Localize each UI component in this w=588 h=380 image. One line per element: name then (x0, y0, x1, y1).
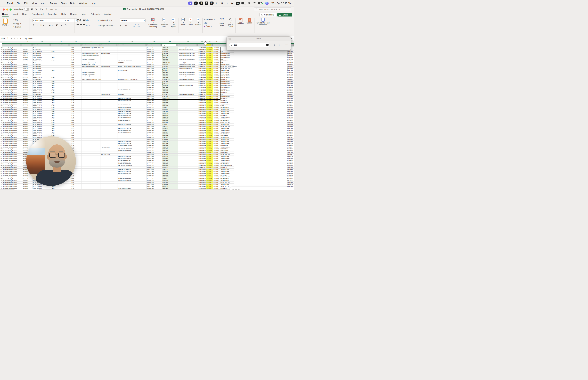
formula-input[interactable]: Tag Value (23, 38, 32, 39)
cell[interactable]: 79183942 (287, 161, 294, 163)
cell[interactable]: PURCHASING (220, 90, 227, 92)
cell[interactable]: POS Terminal (33, 126, 51, 127)
cell[interactable]: B2B (220, 51, 227, 53)
cell[interactable] (118, 133, 147, 135)
cell[interactable]: Terminal (22, 187, 33, 189)
cell[interactable] (227, 64, 234, 66)
fill-button[interactable]: ⤓ Fill ▾ (204, 22, 214, 24)
cell[interactable]: WIFI (51, 88, 70, 90)
cell[interactable]: Treasure Valley Subaru (2, 116, 22, 118)
cell[interactable] (82, 165, 101, 167)
cell[interactable]: Terminal (22, 77, 33, 79)
cell[interactable]: PERSONAL (198, 122, 206, 124)
cell[interactable]: 6237522 (162, 71, 178, 73)
cell[interactable] (178, 152, 198, 153)
cell[interactable] (178, 148, 198, 150)
cell[interactable]: COMMERCIAL (198, 53, 206, 55)
cell[interactable]: PERSONAL (198, 161, 206, 163)
cell[interactable]: CARDHOLDERVISA (118, 140, 147, 142)
cell[interactable]: +12085858302 (101, 66, 118, 68)
cell[interactable] (118, 137, 147, 139)
cell[interactable] (82, 68, 101, 69)
cell[interactable] (82, 176, 101, 178)
cell[interactable] (101, 187, 118, 189)
cell[interactable]: TRADITIONAL (220, 146, 227, 148)
cell[interactable]: Terminal (22, 185, 33, 187)
cell[interactable] (101, 86, 118, 88)
cell[interactable]: Terminal (22, 101, 33, 103)
cell[interactable]: POS Terminal (33, 129, 51, 131)
row-number[interactable]: 77 (0, 187, 2, 189)
cell[interactable]: PERSONAL (198, 105, 206, 107)
cell[interactable] (82, 163, 101, 165)
cell[interactable]: Treasure Valley Subaru (2, 142, 22, 144)
cell[interactable]: 79049194 (287, 142, 294, 144)
cell[interactable]: Treasure Valley Subaru (2, 157, 22, 159)
cell[interactable]: Treasure Valley Subaru (2, 103, 22, 105)
cell[interactable]: 79183950 (287, 131, 294, 133)
cell[interactable] (82, 153, 101, 155)
cell[interactable]: CREDIT (206, 84, 213, 86)
cell[interactable]: PERSONAL (198, 133, 206, 135)
cell[interactable]: PERSONAL (198, 171, 206, 172)
ribbon-tab-data[interactable]: Data (59, 13, 68, 17)
cell[interactable]: POS Terminal (33, 109, 51, 111)
cell[interactable]: CREDIT (213, 77, 220, 79)
row-number[interactable]: 38 (0, 114, 2, 116)
cell[interactable]: 5088510 (162, 120, 178, 122)
cell[interactable]: 79184033 (287, 94, 294, 95)
cell[interactable] (178, 140, 198, 142)
cell[interactable]: CREDIT (206, 174, 213, 176)
cell[interactable]: POS Terminal (33, 113, 51, 114)
row-number[interactable]: 34 (0, 107, 2, 109)
cell[interactable]: Treasure Valley Subaru (2, 180, 22, 182)
cell[interactable]: PERSONAL (198, 140, 206, 142)
cell[interactable]: CREDIT (213, 135, 220, 137)
row-number[interactable]: 25 (0, 90, 2, 92)
cell[interactable]: TSYS (70, 71, 82, 73)
cell[interactable]: Terminal (22, 92, 33, 94)
cell[interactable]: 5088395 (162, 182, 178, 184)
align-center-icon[interactable] (80, 24, 82, 26)
cell[interactable] (220, 49, 227, 51)
cell[interactable]: E-Commerce (33, 66, 51, 68)
cell[interactable] (178, 182, 198, 184)
row-number[interactable]: 53 (0, 142, 2, 144)
cell[interactable] (178, 127, 198, 129)
cell[interactable]: TSYS (70, 116, 82, 118)
cell[interactable]: PERSONAL (198, 150, 206, 152)
cell[interactable] (101, 84, 118, 86)
cell[interactable] (178, 88, 198, 90)
cell[interactable] (118, 90, 147, 92)
cell[interactable]: TSYS (70, 131, 82, 133)
cell[interactable]: BRANDON MAYNARD BBM INVEST (118, 66, 147, 68)
row-number[interactable]: 70 (0, 174, 2, 176)
cell[interactable]: PERSONAL (198, 142, 206, 144)
row-number[interactable]: 9 (0, 60, 2, 62)
cell[interactable]: CARDHOLDERVISA (118, 114, 147, 116)
cell[interactable] (227, 111, 234, 113)
cell[interactable]: Treasure Valley Subaru (2, 140, 22, 142)
cell[interactable]: Treasure Valley Subaru (2, 107, 22, 109)
cell[interactable]: CREDIT (213, 92, 220, 94)
cell[interactable]: 79184026 (287, 129, 294, 131)
cell[interactable] (227, 120, 234, 122)
cell[interactable] (101, 167, 118, 169)
cell[interactable]: POS Terminal (33, 95, 51, 97)
cell[interactable]: CARDHOLDERVISA (118, 163, 147, 165)
cell[interactable] (227, 148, 234, 150)
cell[interactable]: CORPORATE (220, 73, 227, 75)
cell[interactable] (118, 146, 147, 148)
cell[interactable]: SMALL BUSINESS (220, 165, 227, 167)
cell[interactable]: PERSONAL (198, 68, 206, 69)
menu-file[interactable]: File (15, 2, 22, 4)
cell[interactable] (178, 129, 198, 131)
cell[interactable]: CREDIT (206, 77, 213, 79)
cell[interactable] (82, 182, 101, 184)
cell[interactable]: WORLD ELITE (220, 153, 227, 155)
cell[interactable]: +17755133554 (101, 153, 118, 155)
ribbon-tab-insert[interactable]: Insert (10, 13, 20, 17)
cell[interactable] (118, 56, 147, 58)
cell[interactable]: Invoice No (147, 82, 162, 84)
cell[interactable] (227, 172, 234, 174)
